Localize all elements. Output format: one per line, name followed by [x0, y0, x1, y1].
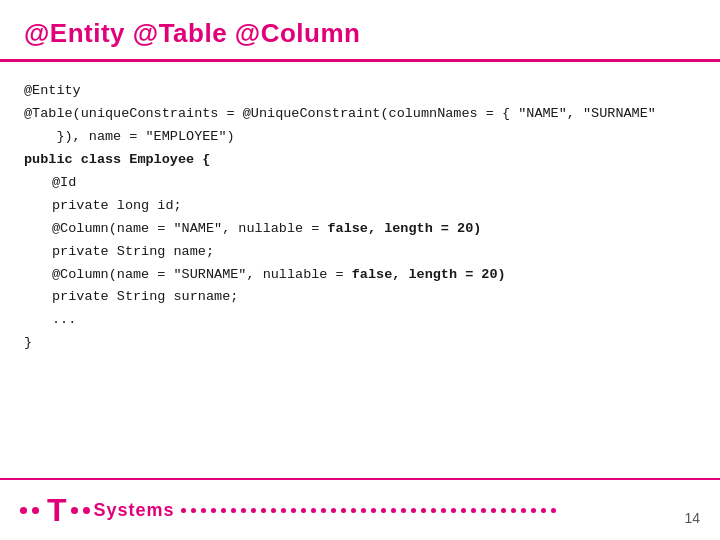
bold-class: public class Employee { [24, 152, 210, 167]
code-line-table1: @Table(uniqueConstraints = @UniqueConstr… [24, 103, 696, 126]
footer-dots-row [181, 508, 556, 513]
logo-dots-left [20, 507, 39, 514]
logo-dots-mid [71, 507, 90, 514]
slide: @Entity @Table @Column @Entity @Table(un… [0, 0, 720, 540]
t-logo-letter: T [47, 494, 67, 526]
code-line-ellipsis: ... [24, 309, 696, 332]
dot-3 [71, 507, 78, 514]
slide-header: @Entity @Table @Column [0, 0, 720, 62]
code-line-class: public class Employee { [24, 149, 696, 172]
code-line-id-ann: @Id [24, 172, 696, 195]
systems-label: Systems [94, 500, 175, 521]
code-line-string-surname: private String surname; [24, 286, 696, 309]
footer-logo: T Systems [20, 494, 556, 526]
code-line-col-name: @Column(name = "NAME", nullable = false,… [24, 218, 696, 241]
code-line-col-surname: @Column(name = "SURNAME", nullable = fal… [24, 264, 696, 287]
dot-2 [32, 507, 39, 514]
code-line-table2: }), name = "EMPLOYEE") [24, 126, 696, 149]
code-line-entity: @Entity [24, 80, 696, 103]
slide-footer: T Systems [0, 478, 720, 540]
code-line-close-brace: } [24, 332, 696, 355]
code-line-long-id: private long id; [24, 195, 696, 218]
bold-false2: false, length = 20) [352, 267, 506, 282]
code-block: @Entity @Table(uniqueConstraints = @Uniq… [0, 62, 720, 365]
dot-4 [83, 507, 90, 514]
page-number: 14 [684, 510, 700, 526]
code-line-string-name: private String name; [24, 241, 696, 264]
dot-1 [20, 507, 27, 514]
bold-false1: false, length = 20) [327, 221, 481, 236]
slide-title: @Entity @Table @Column [24, 18, 360, 48]
